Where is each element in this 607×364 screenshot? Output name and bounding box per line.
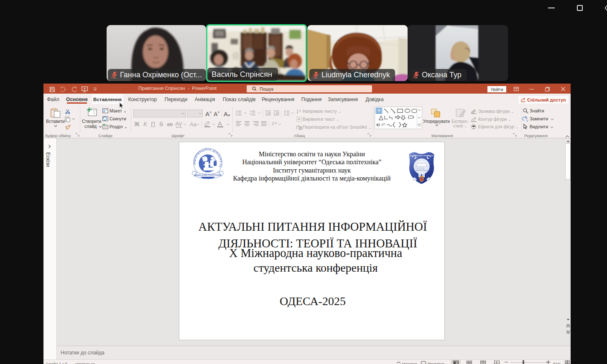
svg-text:A: A	[299, 109, 301, 113]
svg-text:МЕДІА-КОМ ПОЛІГРАФІЯ: МЕДІА-КОМ ПОЛІГРАФІЯ	[194, 174, 221, 176]
svg-text:c: c	[526, 119, 528, 122]
svg-text:Одеса: Одеса	[205, 178, 211, 180]
svg-text:НАЦІОНАЛЬНИЙ УНІВЕРСИТЕТ: НАЦІОНАЛЬНИЙ УНІВЕРСИТЕТ	[409, 155, 435, 157]
svg-text:A: A	[378, 109, 380, 113]
